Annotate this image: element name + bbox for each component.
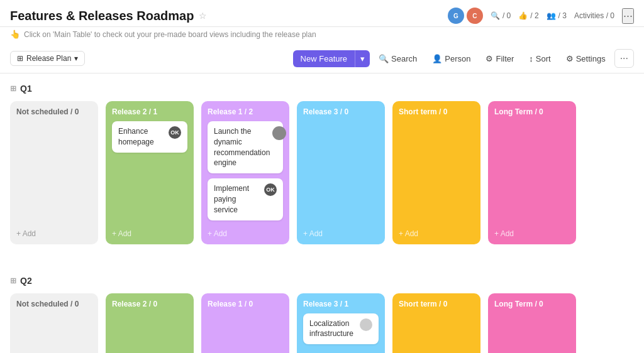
quarter-label: Q1 (20, 84, 32, 94)
toolbar-right: New Feature ▾ 🔍 Search 👤 Person ⚙ Filter… (293, 49, 634, 68)
card-text: Localization infrastructure (309, 318, 357, 340)
avatar-1: G (448, 8, 464, 24)
header-left: Features & Releases Roadmap ☆ (10, 9, 207, 23)
column-title-release3-q1: Release 3 / 0 (303, 107, 379, 116)
settings-button[interactable]: ⚙ Settings (560, 51, 612, 67)
release-plan-view-button[interactable]: ⊞ Release Plan ▾ (10, 51, 85, 66)
sort-icon: ↕ (529, 54, 533, 63)
like-stat: 👍 / 2 (518, 11, 538, 20)
toolbar-more-button[interactable]: ··· (614, 49, 634, 68)
card-text: Launch the dynamic recommendation engine (214, 126, 270, 168)
card[interactable]: Implement paying serviceOK (208, 178, 283, 220)
new-feature-button[interactable]: New Feature ▾ (293, 50, 370, 67)
add-button[interactable]: + Add (399, 225, 474, 238)
new-feature-arrow-icon[interactable]: ▾ (355, 50, 370, 67)
star-icon[interactable]: ☆ (199, 11, 207, 21)
add-button[interactable]: + Add (16, 225, 92, 238)
card[interactable]: Launch the dynamic recommendation engine (208, 121, 283, 173)
quarter-q2: ⊞Q2Not scheduled / 0+ AddRelease 2 / 0+ … (10, 276, 634, 353)
card[interactable]: Enhance homepageOK (112, 121, 187, 153)
card-badge: OK (264, 183, 277, 196)
quarter-header-q1: ⊞Q1 (10, 84, 634, 94)
settings-label: Settings (576, 54, 606, 63)
search-icon: 🔍 (379, 54, 389, 63)
column-title-not-scheduled-q2: Not scheduled / 0 (16, 300, 92, 308)
column-title-long-term-q2: Long Term / 0 (494, 300, 570, 308)
add-button[interactable]: + Add (303, 225, 379, 238)
activities-stat: Activities / 0 (574, 11, 614, 20)
column-not-scheduled-q1: Not scheduled / 0+ Add (10, 101, 98, 244)
avatar-2: C (467, 8, 483, 24)
columns-row-q2: Not scheduled / 0+ AddRelease 2 / 0+ Add… (10, 293, 634, 353)
app-header: Features & Releases Roadmap ☆ G C 🔍 / 0 … (0, 0, 644, 27)
add-button[interactable]: + Add (208, 350, 283, 353)
add-button[interactable]: + Add (16, 350, 92, 353)
header-more-button[interactable]: ··· (622, 8, 634, 24)
add-button[interactable]: + Add (494, 225, 570, 238)
header-right: G C 🔍 / 0 👍 / 2 👥 / 3 Activities / 0 ··· (448, 8, 634, 24)
add-button[interactable]: + Add (494, 350, 570, 353)
like-icon: 👍 (518, 11, 528, 20)
add-button[interactable]: + Add (112, 225, 187, 238)
settings-icon: ⚙ (566, 54, 574, 63)
board-container: ⊞Q1Not scheduled / 0+ AddRelease 2 / 1En… (0, 73, 644, 353)
add-button[interactable]: + Add (112, 350, 187, 353)
view-icon: ⊞ (17, 54, 23, 63)
column-title-release2-q1: Release 2 / 1 (112, 107, 187, 116)
filter-label: Filter (496, 54, 514, 63)
card-gray-circle (360, 318, 372, 331)
quarter-header-q2: ⊞Q2 (10, 276, 634, 286)
column-release3-q2: Release 3 / 1Localization infrastructure… (297, 293, 385, 353)
add-button[interactable]: + Add (208, 225, 283, 238)
view-chevron-icon: ▾ (74, 54, 78, 63)
column-title-short-term-q2: Short term / 0 (399, 300, 474, 308)
sort-label: Sort (536, 54, 551, 63)
person-label: Person (445, 54, 470, 63)
card-text: Implement paying service (214, 183, 262, 215)
page-title: Features & Releases Roadmap (10, 9, 194, 23)
add-button[interactable]: + Add (399, 350, 474, 353)
quarter-icon: ⊞ (10, 276, 16, 285)
sort-button[interactable]: ↕ Sort (523, 51, 557, 67)
column-short-term-q2: Short term / 0+ Add (392, 293, 480, 353)
add-button[interactable]: + Add (303, 350, 379, 353)
subtitle-emoji: 👆 (10, 30, 20, 39)
search-button[interactable]: 🔍 Search (372, 51, 423, 67)
column-title-release1-q2: Release 1 / 0 (208, 300, 283, 308)
quarter-label: Q2 (20, 276, 32, 286)
column-title-release3-q2: Release 3 / 1 (303, 300, 379, 308)
column-release1-q1: Release 1 / 2Launch the dynamic recommen… (201, 101, 289, 244)
column-title-long-term-q1: Long Term / 0 (494, 107, 570, 116)
columns-row-q1: Not scheduled / 0+ AddRelease 2 / 1Enhan… (10, 101, 634, 244)
filter-icon: ⚙ (486, 54, 493, 63)
quarter-q1: ⊞Q1Not scheduled / 0+ AddRelease 2 / 1En… (10, 84, 634, 244)
column-release3-q1: Release 3 / 0+ Add (297, 101, 385, 244)
column-title-not-scheduled-q1: Not scheduled / 0 (16, 107, 92, 116)
column-title-short-term-q1: Short term / 0 (399, 107, 474, 116)
column-not-scheduled-q2: Not scheduled / 0+ Add (10, 293, 98, 353)
subtitle-bar: 👆 Click on 'Main Table' to check out you… (0, 27, 644, 44)
person-stat: 👥 / 3 (547, 11, 567, 20)
column-release2-q1: Release 2 / 1Enhance homepageOK+ Add (106, 101, 194, 244)
quarter-icon: ⊞ (10, 84, 16, 93)
card-badge: OK (169, 126, 181, 139)
new-feature-label: New Feature (293, 50, 355, 67)
search-label: Search (391, 54, 417, 63)
toolbar: ⊞ Release Plan ▾ New Feature ▾ 🔍 Search … (0, 44, 644, 73)
view-label: Release Plan (26, 54, 71, 63)
avatar-group: G C (448, 8, 483, 24)
filter-button[interactable]: ⚙ Filter (479, 51, 520, 67)
column-release2-q2: Release 2 / 0+ Add (106, 293, 194, 353)
column-long-term-q1: Long Term / 0+ Add (488, 101, 576, 244)
column-release1-q2: Release 1 / 0+ Add (201, 293, 289, 353)
person-filter-icon: 👤 (432, 54, 442, 63)
subtitle-text: Click on 'Main Table' to check out your … (24, 30, 316, 39)
column-title-release2-q2: Release 2 / 0 (112, 300, 187, 308)
eye-stat: 🔍 / 0 (491, 11, 511, 20)
toolbar-left: ⊞ Release Plan ▾ (10, 51, 85, 66)
person-button[interactable]: 👤 Person (426, 51, 477, 67)
column-short-term-q1: Short term / 0+ Add (392, 101, 480, 244)
card[interactable]: Localization infrastructure (303, 313, 379, 345)
card-text: Enhance homepage (118, 126, 166, 148)
column-title-release1-q1: Release 1 / 2 (208, 107, 283, 116)
